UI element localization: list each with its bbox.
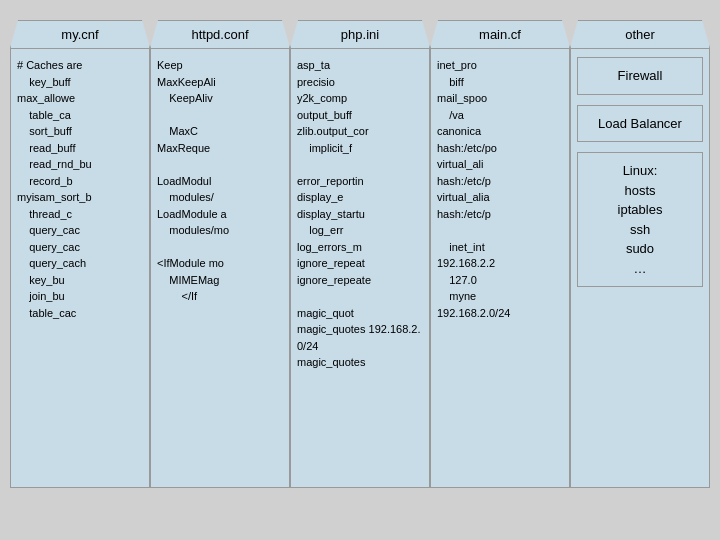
- tab-body-httpd-conf: Keep MaxKeepAli KeepAliv MaxC MaxReque L…: [150, 48, 290, 488]
- tab-col-other: other Firewall Load Balancer Linux: host…: [570, 20, 710, 488]
- tab-col-main-cf: main.cf inet_pro biff mail_spoo /va cano…: [430, 20, 570, 488]
- tab-header-my-cnf[interactable]: my.cnf: [10, 20, 150, 48]
- tab-body-php-ini: asp_ta precisio y2k_comp output_buff zli…: [290, 48, 430, 488]
- other-item-firewall: Firewall: [577, 57, 703, 95]
- tab-body-main-cf: inet_pro biff mail_spoo /va canonica has…: [430, 48, 570, 488]
- other-item-linux: Linux: hosts iptables ssh sudo …: [577, 152, 703, 287]
- tab-col-httpd-conf: httpd.conf Keep MaxKeepAli KeepAliv MaxC…: [150, 20, 290, 488]
- tab-header-main-cf[interactable]: main.cf: [430, 20, 570, 48]
- tab-header-httpd-conf[interactable]: httpd.conf: [150, 20, 290, 48]
- tab-col-php-ini: php.ini asp_ta precisio y2k_comp output_…: [290, 20, 430, 488]
- tab-header-other[interactable]: other: [570, 20, 710, 48]
- tab-header-php-ini[interactable]: php.ini: [290, 20, 430, 48]
- tab-col-my-cnf: my.cnf # Caches are key_buff max_allowe …: [10, 20, 150, 488]
- tab-body-my-cnf: # Caches are key_buff max_allowe table_c…: [10, 48, 150, 488]
- tab-body-other: Firewall Load Balancer Linux: hosts ipta…: [570, 48, 710, 488]
- other-item-load-balancer: Load Balancer: [577, 105, 703, 143]
- tabs-container: my.cnf # Caches are key_buff max_allowe …: [10, 20, 710, 488]
